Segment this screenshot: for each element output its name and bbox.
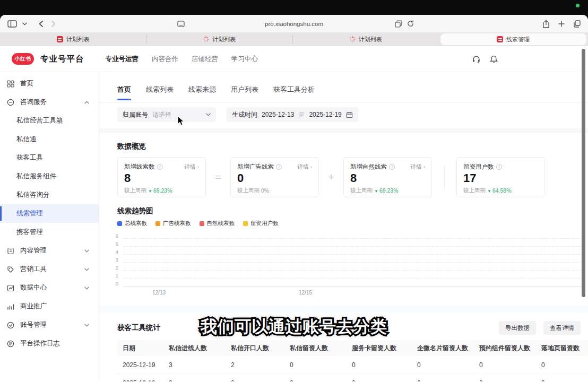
chart-legend: 总线索数 广告线索数 自然线索数 留资用户数 xyxy=(117,220,279,227)
sidebar-chevron-down-icon[interactable] xyxy=(22,22,27,25)
account-select-label: 归属账号 xyxy=(123,110,148,119)
table-row[interactable]: 2025-12-18 3 2 0 0 0 0 0 xyxy=(117,374,588,381)
video-subtitle-overlay: 我们可以通过账号去分类 xyxy=(201,316,387,338)
notification-bell-icon[interactable] xyxy=(490,55,498,63)
sidebar-group-data-center[interactable]: 数据中心 xyxy=(0,279,99,297)
mouse-cursor xyxy=(177,116,185,126)
stats-section-title: 获客工具统计 xyxy=(117,323,160,333)
xiaohongshu-logo[interactable]: 小红书 xyxy=(12,53,34,65)
sidebar-item-dm-consult-score[interactable]: 私信咨询分 xyxy=(0,186,99,204)
app-title: 专业号平台 xyxy=(40,54,84,65)
sidebar-group-marketing-tools[interactable]: 营销工具 xyxy=(0,260,99,279)
tab-user-list[interactable]: 用户列表 xyxy=(231,85,258,102)
data-chart-icon xyxy=(7,284,15,292)
tab-overview-button[interactable] xyxy=(573,20,581,28)
tab-lead-list[interactable]: 线索列表 xyxy=(146,85,174,102)
loading-spinner-icon xyxy=(349,36,356,42)
legend-total-leads[interactable]: 总线索数 xyxy=(117,220,147,227)
detail-link[interactable]: 详情› xyxy=(298,163,312,171)
date-end-value: 2025-12-19 xyxy=(309,111,341,118)
help-icon[interactable]: ? xyxy=(496,164,502,170)
back-button[interactable] xyxy=(39,21,43,27)
sidebar-group-account-management[interactable]: 账号管理 xyxy=(0,316,99,334)
address-bar[interactable]: pro.xiaohongshu.com xyxy=(265,21,323,27)
help-icon[interactable]: ? xyxy=(276,164,282,170)
sidebar-group-consulting[interactable]: 咨询服务 xyxy=(0,93,99,111)
browser-tab-label: 线索管理 xyxy=(506,36,530,44)
sidebar-item-lead-tools[interactable]: 获客工具 xyxy=(0,149,99,167)
date-range-picker[interactable]: 生成时间 2025-12-13 至 2025-12-19 xyxy=(227,107,358,122)
legend-swatch xyxy=(117,221,122,226)
forward-button[interactable] xyxy=(51,21,56,27)
date-to-word: 至 xyxy=(298,110,305,119)
sidebar-toggle-icon[interactable] xyxy=(7,20,17,28)
card-value: 0 xyxy=(237,172,312,185)
card-value: 8 xyxy=(350,172,425,185)
change-value: 64.58% xyxy=(487,187,512,194)
vertical-scrollbar[interactable] xyxy=(582,49,585,297)
customer-service-icon[interactable] xyxy=(472,55,480,63)
sidebar-item-platform-logs[interactable]: 平台操作日志 xyxy=(0,334,99,353)
browser-tab-3[interactable]: 计划列表 xyxy=(292,32,439,46)
x-tick: 12/15 xyxy=(299,290,312,296)
account-select[interactable]: 归属账号 请选择 xyxy=(117,107,216,122)
grid-icon xyxy=(7,80,15,88)
share-button[interactable] xyxy=(542,20,550,28)
tab-home[interactable]: 首页 xyxy=(117,85,131,102)
sidebar-item-dm-toolbox[interactable]: 私信经营工具箱 xyxy=(0,111,99,130)
browser-tab-label: 计划列表 xyxy=(66,36,90,44)
browser-tab-4-active[interactable]: 线索管理 xyxy=(440,33,587,45)
sidebar-item-dm-tong[interactable]: 私信通 xyxy=(0,130,99,149)
nav-shop-management[interactable]: 店铺经营 xyxy=(192,55,218,64)
account-check-icon xyxy=(7,322,15,329)
page-menu-icon[interactable] xyxy=(177,21,185,27)
reload-button[interactable] xyxy=(407,20,414,28)
sidebar-item-commercial-promotion[interactable]: 商业推广 xyxy=(0,297,99,316)
overview-cards: 新增线索数? 详情› 8 较上周期69.23% = 新增广告线索? 详情› 0 … xyxy=(117,157,588,197)
browser-tab-2[interactable]: 计划列表 xyxy=(146,32,293,46)
sidebar-item-home[interactable]: 首页 xyxy=(0,74,99,93)
stats-table: 日期 私信进线人数 私信开口人数 私信留资人数 服务卡留资人数 企微名片留资人数… xyxy=(117,340,588,381)
plus-operator: + xyxy=(319,171,343,183)
sidebar: 首页 咨询服务 私信经营工具箱 私信通 获客工具 私信服务组件 私信咨询分 线索… xyxy=(0,72,99,381)
trend-section-title: 线索趋势图 xyxy=(117,206,153,216)
export-data-button[interactable]: 导出数据 xyxy=(499,321,536,335)
browser-tab-1[interactable]: 计划列表 xyxy=(0,32,146,46)
app-header: 小红书 专业号平台 专业号运营 内容合作 店铺经营 学习中心 xyxy=(0,46,588,72)
card-new-organic-leads: 新增自然线索? 详情› 8 较上周期69.23% xyxy=(343,157,432,197)
xiaohongshu-favicon xyxy=(57,36,63,42)
legend-ad-leads[interactable]: 广告线索数 xyxy=(155,220,191,227)
tag-icon xyxy=(7,266,15,273)
detail-link[interactable]: 详情› xyxy=(185,163,199,171)
chevron-down-icon xyxy=(84,249,89,253)
legend-retained-users[interactable]: 留资用户数 xyxy=(243,220,279,227)
help-icon[interactable]: ? xyxy=(157,164,163,170)
help-icon[interactable]: ? xyxy=(389,164,395,170)
detail-link[interactable]: 详情› xyxy=(411,163,425,171)
legend-swatch xyxy=(200,221,204,226)
sidebar-item-guest-management[interactable]: 携客管理 xyxy=(0,223,99,241)
new-tab-button[interactable] xyxy=(558,21,565,27)
legend-organic-leads[interactable]: 自然线索数 xyxy=(200,220,235,227)
table-header-row: 日期 私信进线人数 私信开口人数 私信留资人数 服务卡留资人数 企微名片留资人数… xyxy=(117,340,588,356)
nav-professional-operation[interactable]: 专业号运营 xyxy=(106,55,139,64)
sidebar-item-lead-management[interactable]: 线索管理 xyxy=(0,204,99,223)
calendar-icon xyxy=(346,111,353,118)
copy-pages-icon[interactable] xyxy=(395,20,402,28)
chat-icon xyxy=(7,99,15,106)
nav-learning-center[interactable]: 学习中心 xyxy=(231,55,258,64)
bar-chart-icon xyxy=(7,303,15,310)
chevron-down-icon xyxy=(84,286,89,290)
tab-lead-source[interactable]: 线索来源 xyxy=(188,85,216,102)
xiaohongshu-favicon xyxy=(497,36,503,42)
card-retained-users: 留资用户数? 17 较上周期64.58% xyxy=(456,157,545,197)
divider xyxy=(99,102,588,102)
card-new-ad-leads: 新增广告线索? 详情› 0 较上周期0% xyxy=(230,157,319,197)
nav-content-cooperation[interactable]: 内容合作 xyxy=(152,55,178,64)
sidebar-group-content-management[interactable]: 内容管理 xyxy=(0,241,99,260)
sidebar-item-dm-service-component[interactable]: 私信服务组件 xyxy=(0,167,99,186)
loading-spinner-icon xyxy=(203,36,209,42)
table-row[interactable]: 2025-12-19 3 2 0 0 0 0 0 xyxy=(117,356,588,374)
view-details-button[interactable]: 查看详情 xyxy=(543,321,581,335)
tab-lead-tool-analysis[interactable]: 获客工具分析 xyxy=(273,85,315,102)
